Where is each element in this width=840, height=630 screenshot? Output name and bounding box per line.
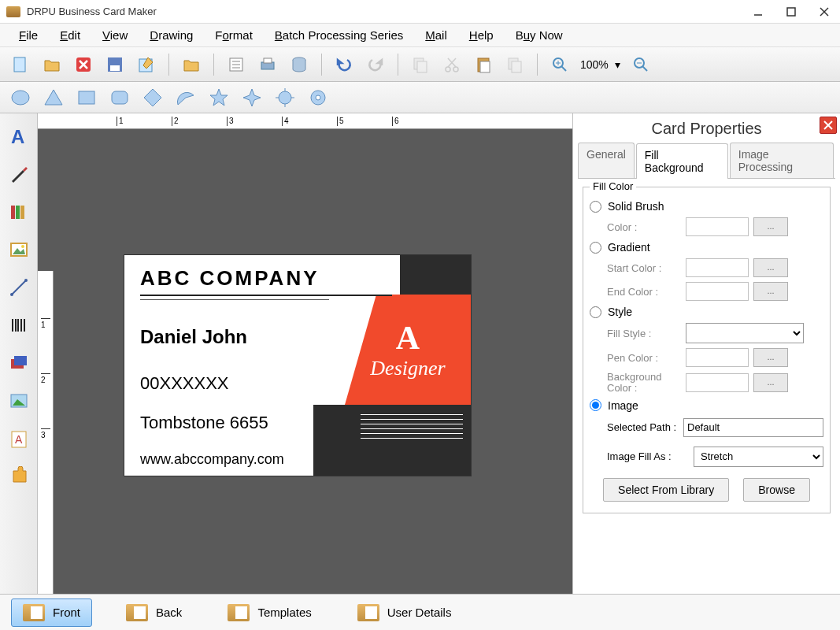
text-tool-icon[interactable]: A	[7, 124, 31, 148]
selected-path-input[interactable]	[683, 418, 823, 437]
library-tool-icon[interactable]	[7, 200, 31, 224]
svg-point-58	[24, 279, 28, 282]
fill-style-select[interactable]	[686, 323, 804, 343]
menu-batch[interactable]: Batch Processing Series	[275, 28, 403, 42]
paste-icon[interactable]	[472, 54, 494, 76]
cards-tool-icon[interactable]	[7, 351, 31, 375]
arc-icon[interactable]	[175, 87, 197, 109]
watermark-tool-icon[interactable]: A	[7, 427, 31, 450]
menu-view[interactable]: View	[102, 28, 128, 42]
back-icon	[126, 604, 148, 621]
zoom-in-icon[interactable]	[549, 54, 571, 76]
bottom-tab-user-details[interactable]: User Details	[346, 598, 464, 627]
close-button[interactable]	[815, 2, 834, 21]
zoom-combo[interactable]: 100%▾	[580, 58, 620, 71]
menu-format[interactable]: Format	[215, 28, 253, 42]
svg-rect-27	[512, 61, 521, 72]
properties-title: Card Properties	[578, 120, 835, 138]
svg-rect-16	[264, 58, 272, 63]
redo-icon[interactable]	[364, 54, 387, 76]
rounded-rect-icon[interactable]	[109, 87, 131, 109]
new-icon[interactable]	[9, 54, 31, 76]
tab-general[interactable]: General	[578, 143, 635, 178]
list-icon[interactable]	[225, 54, 247, 76]
browse-button[interactable]: Browse	[743, 478, 810, 502]
print-icon[interactable]	[257, 54, 279, 76]
start-color-picker[interactable]: ...	[753, 258, 788, 277]
menu-buy[interactable]: Buy Now	[516, 28, 563, 42]
card-designer-label: Designer	[370, 357, 445, 380]
zoom-out-icon[interactable]	[630, 54, 652, 76]
solid-color-box[interactable]	[686, 217, 749, 236]
app-icon	[6, 6, 20, 17]
save-icon[interactable]	[104, 54, 126, 76]
rectangle-icon[interactable]	[76, 87, 98, 109]
bg-color-box[interactable]	[686, 373, 749, 392]
cut-icon[interactable]	[441, 54, 463, 76]
line-tool-icon[interactable]	[7, 276, 31, 299]
solid-color-picker[interactable]: ...	[753, 217, 788, 236]
menu-mail[interactable]: Mail	[425, 28, 447, 42]
burst-icon[interactable]	[274, 87, 296, 109]
start-color-box[interactable]	[686, 258, 749, 277]
menu-help[interactable]: Help	[469, 28, 494, 42]
diamond-icon[interactable]	[142, 87, 164, 109]
picture-tool-icon[interactable]	[7, 389, 31, 413]
shape-toolbar	[0, 82, 840, 113]
barcode-tool-icon[interactable]	[7, 313, 31, 337]
menu-drawing[interactable]: Drawing	[150, 28, 193, 42]
radio-image[interactable]	[590, 399, 601, 411]
main-toolbar: 100%▾	[0, 47, 840, 82]
svg-rect-65	[14, 356, 27, 365]
business-card[interactable]: A Designer ABC COMPANY Daniel John 00XXX…	[124, 255, 471, 476]
folder-icon[interactable]	[180, 54, 202, 76]
database-icon[interactable]	[288, 54, 310, 76]
svg-point-48	[316, 95, 320, 100]
bottom-tab-back[interactable]: Back	[114, 598, 194, 627]
properties-close-icon[interactable]	[820, 117, 837, 134]
minimize-button[interactable]	[749, 2, 768, 21]
bottom-tab-front[interactable]: Front	[11, 598, 92, 627]
edit-icon[interactable]	[135, 54, 157, 76]
pen-color-picker[interactable]: ...	[753, 348, 788, 367]
end-color-box[interactable]	[686, 282, 749, 301]
image-fill-select[interactable]: Stretch	[694, 447, 823, 467]
bottom-tab-templates[interactable]: Templates	[216, 598, 323, 627]
properties-panel: Card Properties General Fill Background …	[572, 113, 840, 594]
star-icon[interactable]	[208, 87, 230, 109]
svg-rect-1	[787, 8, 795, 16]
card-logo: A	[396, 319, 420, 357]
maximize-button[interactable]	[782, 2, 801, 21]
delete-icon[interactable]	[72, 54, 94, 76]
undo-icon[interactable]	[333, 54, 355, 76]
radio-gradient[interactable]	[590, 242, 601, 254]
tab-image-processing[interactable]: Image Processing	[730, 143, 834, 178]
svg-point-35	[12, 91, 29, 105]
svg-point-57	[10, 293, 13, 296]
open-icon[interactable]	[41, 54, 63, 76]
user-details-icon	[357, 604, 379, 621]
paste-all-icon[interactable]	[504, 54, 526, 76]
triangle-icon[interactable]	[43, 87, 65, 109]
end-color-picker[interactable]: ...	[753, 282, 788, 301]
gear-icon[interactable]	[307, 87, 329, 109]
svg-text:A: A	[11, 126, 24, 146]
radio-style[interactable]	[590, 306, 601, 318]
ellipse-icon[interactable]	[9, 87, 31, 109]
pen-color-box[interactable]	[686, 348, 749, 367]
svg-rect-50	[11, 206, 15, 219]
star4-icon[interactable]	[241, 87, 263, 109]
radio-solid-brush[interactable]	[590, 201, 601, 213]
image-tool-icon[interactable]	[7, 238, 31, 261]
svg-marker-40	[210, 89, 228, 106]
pencil-tool-icon[interactable]	[7, 162, 31, 186]
svg-line-56	[12, 280, 26, 295]
copy-icon[interactable]	[409, 54, 431, 76]
puzzle-tool-icon[interactable]	[7, 465, 31, 488]
menu-file[interactable]: File	[19, 28, 38, 42]
select-from-library-button[interactable]: Select From Library	[603, 478, 729, 502]
menu-edit[interactable]: Edit	[60, 28, 80, 42]
tab-fill-background[interactable]: Fill Background	[636, 143, 728, 179]
bg-color-picker[interactable]: ...	[753, 373, 788, 392]
svg-rect-52	[20, 206, 24, 219]
